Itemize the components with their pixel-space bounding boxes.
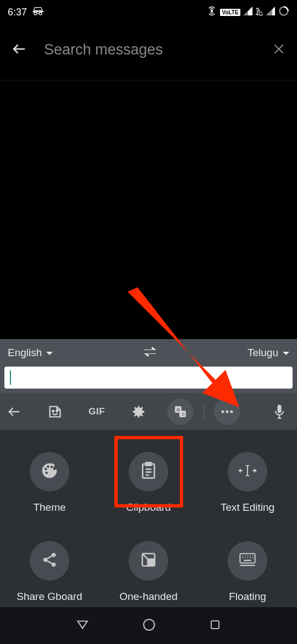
status-bar: 6:37 VoLTE ⇅4G — [0, 0, 297, 20]
toolbar-divider — [204, 403, 204, 420]
translate-input[interactable] — [4, 367, 293, 389]
gif-label: GIF — [89, 406, 105, 417]
svg-point-10 — [230, 410, 233, 413]
mic-icon[interactable] — [268, 404, 290, 419]
one-handed-label: One-handed — [119, 591, 178, 603]
svg-point-0 — [211, 10, 213, 12]
share-icon — [41, 552, 58, 571]
translate-input-row — [0, 367, 297, 393]
network-indicator: ⇅4G — [256, 8, 263, 17]
text-cursor — [10, 370, 11, 385]
theme-label: Theme — [33, 501, 65, 514]
status-time: 6:37 — [8, 7, 27, 18]
nav-home-icon[interactable] — [142, 618, 156, 634]
volte-badge: VoLTE — [220, 9, 240, 16]
svg-point-3 — [56, 410, 58, 412]
svg-point-24 — [144, 619, 155, 630]
svg-point-13 — [47, 465, 49, 467]
source-language-label: English — [8, 347, 42, 359]
floating-keyboard-icon — [238, 552, 257, 570]
svg-text:文: 文 — [182, 412, 185, 416]
keyboard-options-panel: Theme Clipboard Text Editing Share Gboar… — [0, 430, 297, 630]
svg-point-19 — [43, 558, 48, 562]
svg-rect-17 — [146, 462, 152, 465]
one-handed-icon — [140, 552, 157, 571]
clipboard-option[interactable]: Clipboard — [99, 452, 198, 514]
gif-button[interactable]: GIF — [76, 406, 118, 417]
svg-point-20 — [52, 563, 56, 567]
chevron-down-icon — [283, 347, 289, 359]
svg-rect-25 — [211, 621, 219, 629]
target-language-selector[interactable]: Telugu — [248, 347, 289, 359]
svg-text:G: G — [177, 407, 180, 412]
share-gboard-label: Share Gboard — [16, 591, 82, 603]
svg-point-9 — [226, 410, 229, 413]
svg-point-15 — [46, 472, 48, 474]
content-area — [0, 80, 297, 339]
signal-icon-2 — [266, 7, 275, 18]
svg-point-14 — [51, 466, 53, 468]
chevron-down-icon — [46, 347, 53, 359]
loading-spinner-icon — [278, 6, 289, 19]
more-options-button[interactable] — [206, 399, 248, 425]
incognito-icon — [32, 7, 43, 18]
one-handed-option[interactable]: One-handed — [99, 541, 198, 603]
search-input[interactable]: Search messages — [44, 41, 255, 58]
target-language-label: Telugu — [248, 347, 278, 359]
keyboard-toolbar: GIF G文 — [0, 393, 297, 430]
back-icon[interactable] — [11, 41, 28, 59]
svg-point-12 — [45, 468, 47, 470]
svg-point-18 — [52, 553, 56, 557]
share-gboard-option[interactable]: Share Gboard — [0, 541, 99, 603]
sticker-icon[interactable] — [34, 404, 76, 419]
svg-rect-11 — [278, 405, 282, 413]
translate-bar: English Telugu — [0, 339, 297, 367]
text-editing-label: Text Editing — [221, 501, 274, 514]
theme-option[interactable]: Theme — [0, 452, 99, 514]
clipboard-icon — [141, 462, 156, 482]
source-language-selector[interactable]: English — [8, 347, 53, 359]
svg-point-2 — [52, 410, 54, 412]
signal-icon-1 — [244, 7, 252, 18]
translate-icon[interactable]: G文 — [160, 399, 201, 425]
swap-languages-icon[interactable] — [143, 346, 157, 360]
text-cursor-icon — [238, 463, 257, 481]
nav-recents-icon[interactable] — [208, 618, 222, 634]
hotspot-icon — [207, 6, 217, 19]
floating-option[interactable]: Floating — [198, 541, 297, 603]
clipboard-label: Clipboard — [126, 501, 170, 514]
settings-icon[interactable] — [118, 405, 160, 419]
close-icon[interactable] — [272, 42, 286, 58]
floating-label: Floating — [229, 591, 266, 603]
palette-icon — [41, 462, 58, 482]
svg-point-8 — [222, 410, 224, 413]
app-search-bar: Search messages — [0, 20, 297, 80]
nav-back-icon[interactable] — [75, 618, 90, 634]
system-nav-bar — [0, 607, 297, 644]
text-editing-option[interactable]: Text Editing — [198, 452, 297, 514]
svg-rect-22 — [148, 559, 154, 565]
toolbar-back-icon[interactable] — [7, 404, 34, 419]
